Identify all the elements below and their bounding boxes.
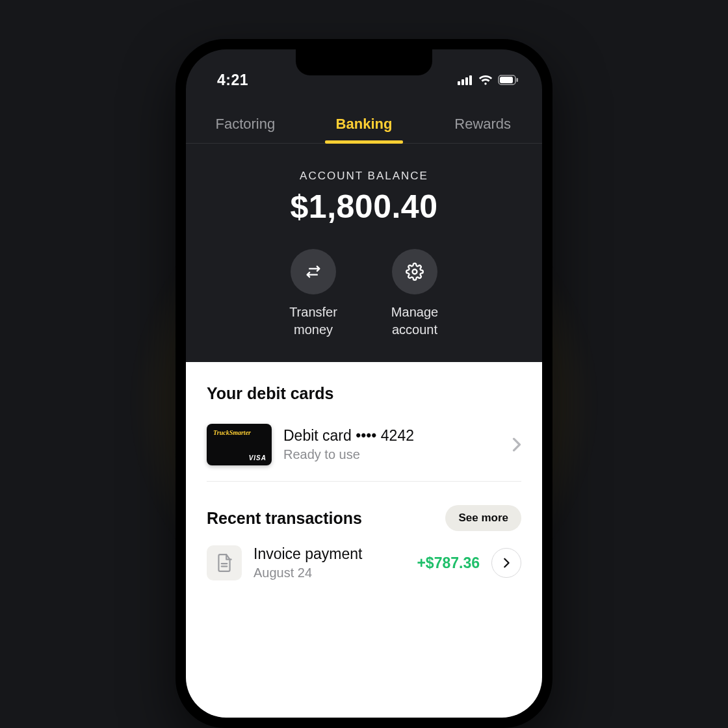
- manage-account-button[interactable]: Manage account: [379, 249, 450, 339]
- battery-icon: [498, 75, 519, 85]
- phone-frame: 4:21 Factoring Banking Rewards: [176, 39, 552, 728]
- svg-rect-0: [458, 81, 460, 85]
- tab-factoring[interactable]: Factoring: [186, 105, 305, 143]
- transaction-amount: +$787.36: [417, 554, 480, 572]
- document-icon: [207, 545, 242, 580]
- see-more-button[interactable]: See more: [445, 505, 521, 531]
- transaction-info: Invoice payment August 24: [254, 545, 405, 580]
- transfer-money-button[interactable]: Transfer money: [278, 249, 349, 339]
- tab-rewards[interactable]: Rewards: [423, 105, 542, 143]
- svg-rect-1: [462, 79, 464, 85]
- transfer-icon: [291, 249, 336, 294]
- status-time: 4:21: [217, 72, 248, 89]
- manage-label: Manage account: [391, 304, 438, 339]
- transaction-date: August 24: [254, 566, 405, 580]
- card-network-logo: VISA: [249, 454, 266, 462]
- card-brand-logo: TruckSmarter: [213, 429, 251, 436]
- balance-label: ACCOUNT BALANCE: [202, 170, 526, 183]
- card-subtitle: Ready to use: [283, 447, 500, 462]
- svg-rect-2: [465, 77, 468, 85]
- status-icons: [458, 75, 519, 85]
- transaction-title: Invoice payment: [254, 545, 405, 563]
- content-sheet: Your debit cards TruckSmarter VISA Debit…: [186, 362, 542, 718]
- phone-screen: 4:21 Factoring Banking Rewards: [186, 49, 542, 718]
- svg-rect-3: [469, 75, 472, 85]
- transactions-heading: Recent transactions: [207, 509, 362, 528]
- svg-rect-5: [500, 77, 513, 83]
- transactions-header: Recent transactions See more: [207, 505, 521, 531]
- card-art: TruckSmarter VISA: [207, 424, 272, 465]
- quick-actions: Transfer money Manage account: [202, 249, 526, 339]
- cellular-icon: [458, 75, 473, 85]
- debit-cards-heading: Your debit cards: [207, 384, 521, 403]
- gear-icon: [392, 249, 437, 294]
- svg-rect-6: [517, 78, 519, 82]
- card-title: Debit card •••• 4242: [283, 427, 500, 445]
- balance-section: ACCOUNT BALANCE $1,800.40 Transfer money…: [186, 144, 542, 362]
- phone-notch: [296, 49, 432, 75]
- transfer-label: Transfer money: [289, 304, 337, 339]
- card-info: Debit card •••• 4242 Ready to use: [283, 427, 500, 462]
- balance-value: $1,800.40: [202, 188, 526, 226]
- top-tabs: Factoring Banking Rewards: [186, 105, 542, 144]
- tab-banking[interactable]: Banking: [305, 105, 424, 143]
- transaction-row[interactable]: Invoice payment August 24 +$787.36: [207, 545, 521, 580]
- svg-point-7: [413, 270, 417, 274]
- wifi-icon: [478, 75, 493, 85]
- chevron-right-icon: [512, 437, 521, 452]
- transaction-next-button[interactable]: [491, 548, 521, 578]
- debit-card-row[interactable]: TruckSmarter VISA Debit card •••• 4242 R…: [207, 420, 521, 482]
